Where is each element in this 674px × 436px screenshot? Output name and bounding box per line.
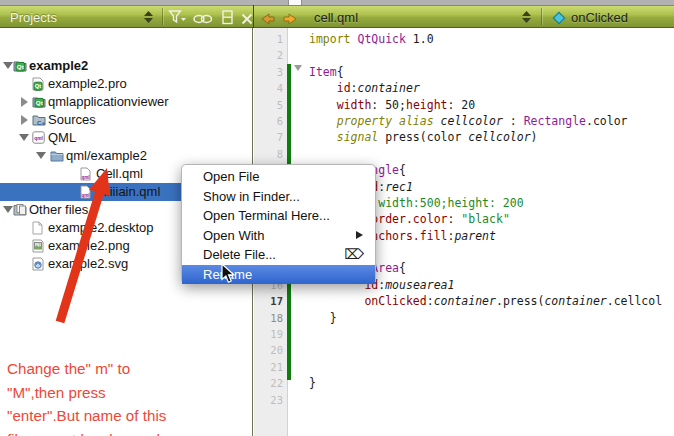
code-line[interactable]: } [309, 310, 674, 326]
tree-item-qmlapplicationviewer[interactable]: Qtqmlapplicationviewer [0, 93, 252, 111]
image-file-icon [32, 239, 46, 253]
expand-arrow-icon[interactable] [3, 62, 13, 69]
svg-text:Qt: Qt [17, 63, 24, 70]
tree-item-example2[interactable]: Qtexample2 [0, 57, 252, 75]
code-line[interactable] [309, 392, 674, 408]
tree-item-qml-example2[interactable]: qml/example2 [0, 147, 252, 165]
tree-item-sources[interactable]: C+Sources [0, 111, 252, 129]
code-line[interactable]: onClicked:container.press(container.cell… [309, 293, 674, 309]
code-line[interactable] [309, 326, 674, 342]
line-number: 23 [254, 392, 283, 408]
tree-item-label: example2.desktop [48, 220, 154, 235]
line-number: 4 [254, 80, 283, 96]
line-number: 3 [254, 64, 283, 80]
symbol-diamond-icon [552, 11, 566, 29]
annotation-text: Change the" m" to"M",then press"enter".B… [7, 357, 242, 436]
line-number: 6 [254, 113, 283, 129]
annotation-line: "enter".But name of this [7, 404, 242, 428]
line-number: 2 [254, 47, 283, 63]
projects-panel-title: Projects [10, 10, 57, 25]
code-line[interactable]: property alias cellcolor : Rectangle.col… [309, 113, 674, 129]
editor-symbol-name[interactable]: onClicked [571, 10, 628, 25]
cpp-folder-icon: C+ [32, 113, 46, 127]
line-number: 18 [254, 310, 283, 326]
delete-key-icon: ⌦ [344, 245, 364, 265]
link-icon[interactable] [192, 11, 214, 29]
tree-item-label: qmlapplicationviewer [48, 94, 169, 109]
qt-folder-icon: Qt [32, 95, 46, 109]
menu-item-show-in-finder-[interactable]: Show in Finder... [182, 187, 375, 207]
expand-arrow-icon[interactable] [3, 206, 13, 213]
line-number: 22 [254, 375, 283, 391]
fold-marker-icon[interactable] [294, 65, 302, 71]
code-line[interactable] [309, 359, 674, 375]
menu-item-open-with[interactable]: Open With [182, 226, 375, 246]
annotation-line: file cannot be changed [7, 428, 242, 436]
qml-file-icon: qml [80, 167, 94, 181]
code-line[interactable]: signal press(color cellcolor) [309, 129, 674, 145]
code-line[interactable] [309, 47, 674, 63]
editor-header: cell.qml onClicked [254, 5, 674, 28]
tree-item-label: example2 [29, 58, 88, 73]
tree-item-label: example2.svg [48, 256, 128, 271]
close-icon[interactable] [241, 11, 253, 29]
tree-item-label: Sources [48, 112, 96, 127]
line-number: 21 [254, 359, 283, 375]
svg-text:Qt: Qt [36, 99, 43, 106]
menu-item-open-terminal-here-[interactable]: Open Terminal Here... [182, 206, 375, 226]
file-icon [32, 221, 46, 235]
tree-item-label: Other files [29, 202, 88, 217]
tree-item-label: example2.pro [48, 76, 127, 91]
line-number: 19 [254, 326, 283, 342]
code-line[interactable]: } [309, 375, 674, 391]
tree-item-label: Cell.qml [96, 166, 143, 181]
qml-file-icon: qml [80, 185, 94, 199]
line-number: 5 [254, 97, 283, 113]
annotation-line: Change the" m" to [7, 357, 242, 381]
tree-item-label: miiiiain.qml [96, 184, 160, 199]
forward-icon[interactable] [283, 11, 297, 29]
line-number: 17 [254, 293, 283, 309]
submenu-arrow-icon [356, 231, 363, 239]
line-number: 8 [254, 146, 283, 162]
qt-file-icon: Qt [32, 77, 46, 91]
svg-text:Qt: Qt [35, 83, 42, 89]
editor-file-name[interactable]: cell.qml [314, 10, 358, 25]
code-line[interactable]: width: 50;height: 20 [309, 97, 674, 113]
tree-item-label: example2.png [48, 238, 130, 253]
qt-folder-icon: Qt [13, 59, 27, 73]
menu-item-open-file[interactable]: Open File [182, 167, 375, 187]
filter-icon[interactable] [168, 9, 187, 29]
header-separator-2 [541, 8, 542, 25]
projects-panel-header: Projects [0, 5, 253, 28]
svg-text:C+: C+ [37, 120, 45, 126]
annotation-line: "M",then press [7, 381, 242, 405]
panel-combo-arrows-icon[interactable] [143, 10, 154, 28]
tree-item-example2-pro[interactable]: Qtexample2.pro [0, 75, 252, 93]
folder-icon [50, 149, 64, 163]
expand-arrow-icon[interactable] [19, 134, 29, 141]
collapse-arrow-icon[interactable] [21, 97, 28, 107]
line-number: 1 [254, 31, 283, 47]
expand-arrow-icon[interactable] [36, 152, 46, 159]
menu-item-delete-file-[interactable]: Delete File...⌦ [182, 245, 375, 265]
qml-module-icon: qml [32, 131, 46, 145]
svg-text:qml: qml [81, 193, 89, 198]
context-menu: Open FileShow in Finder...Open Terminal … [181, 164, 376, 284]
line-number: 20 [254, 342, 283, 358]
document-combo-arrows-icon[interactable] [521, 10, 532, 28]
code-line[interactable]: import QtQuick 1.0 [309, 31, 674, 47]
code-line[interactable] [309, 342, 674, 358]
svg-text:qml: qml [34, 136, 43, 141]
svg-text:qml: qml [81, 175, 89, 180]
code-line[interactable]: id:container [309, 80, 674, 96]
back-icon[interactable] [261, 11, 275, 29]
code-line[interactable]: Item{ [309, 64, 674, 80]
tree-item-label: qml/example2 [66, 148, 147, 163]
split-icon[interactable] [222, 10, 234, 29]
code-line[interactable] [309, 146, 674, 162]
tree-item-qml[interactable]: qmlQML [0, 129, 252, 147]
collapse-arrow-icon[interactable] [21, 115, 28, 125]
line-number: 7 [254, 129, 283, 145]
menu-item-rename[interactable]: Rename [182, 265, 375, 285]
